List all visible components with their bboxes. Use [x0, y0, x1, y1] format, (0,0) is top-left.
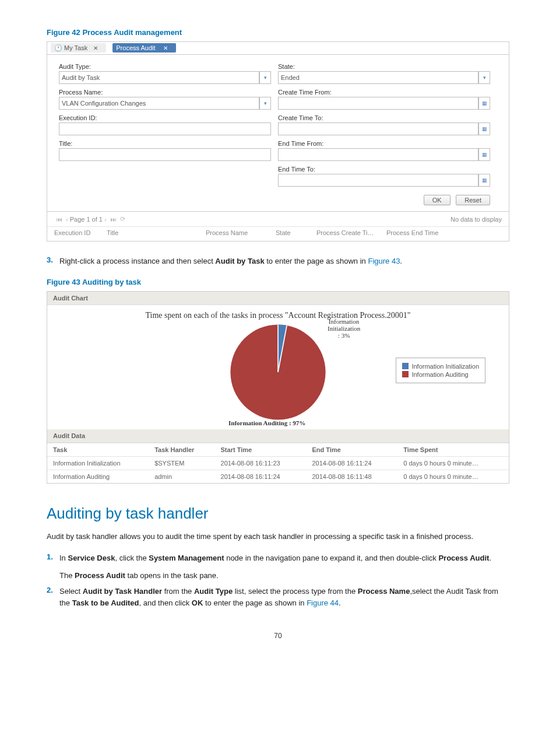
- bold-text: Process Audit: [438, 554, 489, 562]
- process-name-select[interactable]: [59, 97, 259, 110]
- chart-title: Time spent on each of the tasks in proce…: [53, 311, 503, 320]
- cell: $SYSTEM: [149, 456, 214, 470]
- state-select[interactable]: [278, 71, 478, 84]
- cell: Information Auditing: [47, 470, 149, 483]
- title-label: Title:: [59, 140, 271, 147]
- filter-form: Audit Type: ▾ Process Name: ▾ Execution …: [47, 55, 509, 212]
- col-title: Title: [107, 229, 206, 236]
- legend-swatch: [402, 371, 409, 377]
- bold-text: Audit by Task Handler: [83, 587, 162, 596]
- tab-my-task-label: My Task: [64, 44, 87, 51]
- table-row: Information Initialization $SYSTEM 2014-…: [47, 456, 509, 470]
- table-row: Information Auditing admin 2014-08-08 16…: [47, 470, 509, 483]
- text: The: [59, 571, 75, 580]
- create-from-input[interactable]: [278, 97, 478, 110]
- text: , click the: [115, 554, 149, 562]
- text: .: [339, 598, 341, 607]
- table-header-row: Task Task Handler Start Time End Time Ti…: [47, 443, 509, 456]
- tab-my-task[interactable]: 🕐 My Task✕: [51, 43, 106, 52]
- bold-text: Audit by Task: [215, 257, 264, 265]
- prev-page-icon[interactable]: ‹: [66, 216, 68, 223]
- bold-text: Task to be Audited: [72, 598, 139, 607]
- chart-area: Time spent on each of the tasks in proce…: [47, 305, 509, 429]
- page-label: Page 1: [70, 216, 90, 223]
- create-to-input[interactable]: [278, 123, 478, 135]
- bold-text: OK: [192, 598, 203, 607]
- figure-42-caption: Figure 42 Process Audit management: [47, 28, 509, 37]
- state-label: State:: [278, 63, 490, 70]
- fig43-screenshot: Audit Chart Time spent on each of the ta…: [47, 291, 509, 484]
- bold-text: Service Desk: [68, 554, 115, 562]
- close-icon[interactable]: ✕: [163, 45, 168, 51]
- calendar-icon[interactable]: ▦: [478, 174, 490, 187]
- end-to-label: End Time To:: [278, 166, 490, 173]
- cell: 0 days 0 hours 0 minute…: [397, 456, 509, 470]
- bold-text: Process Audit: [75, 571, 125, 580]
- text: In: [59, 554, 68, 562]
- tab-bar: 🕐 My Task✕ Process Audit ✕: [47, 42, 509, 55]
- col-state: State: [276, 229, 316, 236]
- end-from-label: End Time From:: [278, 140, 490, 147]
- chevron-down-icon[interactable]: ▾: [478, 71, 490, 84]
- text: to enter the page as shown in: [265, 257, 368, 265]
- col-process-name: Process Name: [206, 229, 276, 236]
- text: .: [489, 554, 491, 562]
- ok-button[interactable]: OK: [424, 195, 451, 205]
- calendar-icon[interactable]: ▦: [478, 123, 490, 135]
- create-from-label: Create Time From:: [278, 89, 490, 96]
- fig42-screenshot: 🕐 My Task✕ Process Audit ✕ Audit Type: ▾…: [47, 41, 509, 242]
- bold-text: Audit Type: [194, 587, 233, 596]
- audit-data-table: Task Task Handler Start Time End Time Ti…: [47, 443, 509, 483]
- last-page-icon[interactable]: ⏭: [110, 216, 117, 223]
- cell: 0 days 0 hours 0 minute…: [397, 470, 509, 483]
- col-execution-id: Execution ID: [54, 229, 107, 236]
- col-handler: Task Handler: [149, 443, 214, 456]
- end-to-input[interactable]: [278, 174, 478, 187]
- col-task: Task: [47, 443, 149, 456]
- text: Select: [59, 587, 83, 596]
- cell: admin: [149, 470, 214, 483]
- text: , and then click: [139, 598, 192, 607]
- legend-label: Information Initialization: [411, 363, 479, 370]
- legend-label: Information Auditing: [411, 371, 468, 378]
- chevron-down-icon[interactable]: ▾: [259, 97, 271, 110]
- step-number: 2.: [47, 586, 59, 608]
- process-name-label: Process Name:: [59, 89, 271, 96]
- next-page-icon[interactable]: ›: [104, 216, 107, 223]
- page-number: 70: [47, 632, 509, 640]
- calendar-icon[interactable]: ▦: [478, 148, 490, 161]
- text: Right-click a process instance and then …: [59, 257, 215, 265]
- cell: 2014-08-08 16:11:48: [306, 470, 397, 483]
- bold-text: Process Name: [358, 587, 410, 596]
- audit-type-select[interactable]: [59, 71, 259, 84]
- text: from the: [162, 587, 194, 596]
- end-from-input[interactable]: [278, 148, 478, 161]
- no-data-label: No data to display: [451, 216, 502, 223]
- title-input[interactable]: [59, 148, 271, 161]
- pie-chart: [228, 323, 328, 422]
- step-number: 3.: [47, 256, 59, 267]
- col-end-time: Process End Time: [386, 229, 438, 236]
- pager: ⏮ ‹ Page 1 of 1 › ⏭ ⟳ No data to display: [47, 212, 509, 227]
- chevron-down-icon[interactable]: ▾: [259, 71, 271, 84]
- cell: Information Initialization: [47, 456, 149, 470]
- text: list, select the process type from the: [233, 587, 358, 596]
- reset-button[interactable]: Reset: [456, 195, 490, 205]
- calendar-icon[interactable]: ▦: [478, 97, 490, 110]
- bold-text: System Management: [149, 554, 224, 562]
- audit-chart-header: Audit Chart: [47, 292, 509, 305]
- figure-43-link[interactable]: Figure 43: [368, 257, 400, 265]
- col-create-time: Process Create Ti…: [316, 229, 386, 236]
- execution-id-input[interactable]: [59, 123, 271, 135]
- close-icon[interactable]: ✕: [93, 45, 98, 51]
- first-page-icon[interactable]: ⏮: [56, 216, 62, 223]
- col-spent: Time Spent: [397, 443, 509, 456]
- cell: 2014-08-08 16:11:23: [215, 456, 307, 470]
- text: node in the navigation pane to expand it…: [224, 554, 439, 562]
- figure-44-link[interactable]: Figure 44: [307, 598, 339, 607]
- step-2: 2. Select Audit by Task Handler from the…: [47, 586, 509, 608]
- grid-header: Execution ID Title Process Name State Pr…: [47, 227, 509, 241]
- tab-process-audit[interactable]: Process Audit ✕: [112, 43, 175, 52]
- refresh-icon[interactable]: ⟳: [120, 215, 125, 223]
- step-3: 3. Right-click a process instance and th…: [47, 256, 509, 267]
